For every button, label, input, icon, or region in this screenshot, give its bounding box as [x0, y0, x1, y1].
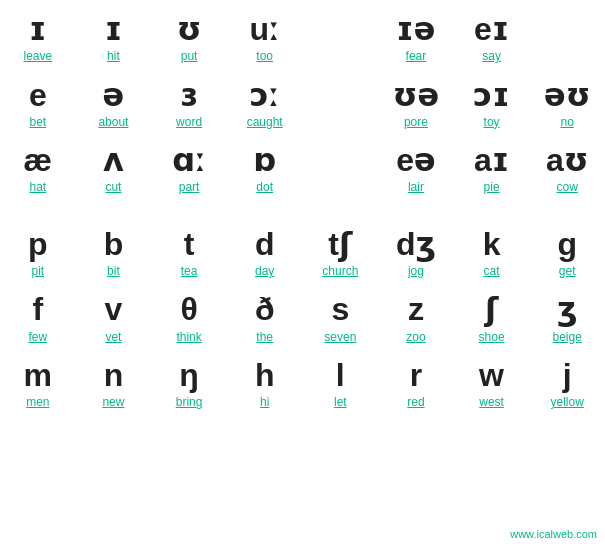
symbol-grid: ɪleaveɪhitʊputuːtoo ɪəfeareɪsay ebetəabo… — [0, 0, 605, 419]
phoneme-cell: ppit — [0, 223, 76, 289]
phoneme-symbol: ʊ — [177, 12, 202, 47]
phoneme-word[interactable]: bet — [29, 115, 46, 129]
phoneme-symbol: ʊə — [393, 78, 439, 113]
phoneme-cell: ŋbring — [151, 354, 227, 420]
phoneme-word[interactable]: too — [256, 49, 273, 63]
phoneme-word[interactable]: hat — [29, 180, 46, 194]
phoneme-cell: ffew — [0, 288, 76, 354]
phoneme-symbol: æ — [24, 143, 52, 178]
phoneme-cell: ɒdot — [227, 139, 303, 205]
phoneme-word[interactable]: word — [176, 115, 202, 129]
phoneme-word[interactable]: shoe — [479, 330, 505, 344]
phoneme-symbol: eɪ — [474, 12, 509, 47]
phoneme-cell: ʒbeige — [529, 288, 605, 354]
phoneme-cell: ɪleave — [0, 8, 76, 74]
phoneme-cell — [303, 74, 379, 140]
phoneme-word[interactable]: cat — [484, 264, 500, 278]
phoneme-word-empty — [339, 115, 342, 129]
phoneme-symbol: uː — [250, 12, 280, 47]
phoneme-symbol: j — [563, 358, 572, 393]
phoneme-word[interactable]: seven — [324, 330, 356, 344]
phoneme-word[interactable]: fear — [406, 49, 427, 63]
phoneme-word[interactable]: pie — [484, 180, 500, 194]
phoneme-symbol: ɜ — [180, 78, 197, 113]
phoneme-symbol: ɒ — [253, 143, 276, 178]
phoneme-word[interactable]: caught — [247, 115, 283, 129]
phoneme-word[interactable]: beige — [553, 330, 582, 344]
phoneme-cell: ebet — [0, 74, 76, 140]
phoneme-cell: æhat — [0, 139, 76, 205]
phoneme-cell: ɪhit — [76, 8, 152, 74]
phoneme-cell: nnew — [76, 354, 152, 420]
phoneme-word[interactable]: think — [176, 330, 201, 344]
phoneme-word[interactable]: zoo — [406, 330, 425, 344]
phoneme-cell: ɔɪtoy — [454, 74, 530, 140]
phoneme-word[interactable]: toy — [484, 115, 500, 129]
phoneme-word[interactable]: men — [26, 395, 49, 409]
phoneme-word[interactable]: red — [407, 395, 424, 409]
phoneme-cell: aɪpie — [454, 139, 530, 205]
phoneme-word[interactable]: part — [179, 180, 200, 194]
phoneme-cell: aʊcow — [529, 139, 605, 205]
phoneme-cell: ðthe — [227, 288, 303, 354]
phoneme-word[interactable]: day — [255, 264, 274, 278]
phoneme-cell: hhi — [227, 354, 303, 420]
phoneme-word[interactable]: pit — [31, 264, 44, 278]
phoneme-word[interactable]: dot — [256, 180, 273, 194]
phoneme-symbol: k — [483, 227, 501, 262]
phoneme-word[interactable]: tea — [181, 264, 198, 278]
phoneme-cell: gget — [529, 223, 605, 289]
phoneme-symbol: aɪ — [474, 143, 509, 178]
phoneme-word[interactable]: hi — [260, 395, 269, 409]
phoneme-cell: θthink — [151, 288, 227, 354]
phoneme-cell: uːtoo — [227, 8, 303, 74]
phoneme-word[interactable]: bring — [176, 395, 203, 409]
phoneme-word[interactable]: bit — [107, 264, 120, 278]
phoneme-symbol: l — [336, 358, 345, 393]
phoneme-cell: ʌcut — [76, 139, 152, 205]
watermark[interactable]: www.icalweb.com — [510, 528, 597, 540]
phoneme-word[interactable]: church — [322, 264, 358, 278]
phoneme-word[interactable]: say — [482, 49, 501, 63]
phoneme-symbol: ð — [255, 292, 275, 327]
phoneme-word[interactable]: new — [102, 395, 124, 409]
phoneme-word[interactable]: the — [256, 330, 273, 344]
phoneme-word[interactable]: hit — [107, 49, 120, 63]
phoneme-cell — [303, 8, 379, 74]
phoneme-word[interactable]: cut — [105, 180, 121, 194]
phoneme-word[interactable]: west — [479, 395, 504, 409]
phoneme-word[interactable]: put — [181, 49, 198, 63]
phoneme-word[interactable]: get — [559, 264, 576, 278]
phoneme-symbol: s — [331, 292, 349, 327]
phoneme-symbol: g — [557, 227, 577, 262]
phoneme-word[interactable]: vet — [105, 330, 121, 344]
phoneme-word[interactable]: about — [98, 115, 128, 129]
phoneme-word[interactable]: yellow — [551, 395, 584, 409]
phoneme-cell: mmen — [0, 354, 76, 420]
phoneme-symbol: ŋ — [179, 358, 199, 393]
phoneme-symbol: z — [408, 292, 424, 327]
phoneme-cell: ʊəpore — [378, 74, 454, 140]
phoneme-symbol: aʊ — [546, 143, 589, 178]
phoneme-cell: zzoo — [378, 288, 454, 354]
phoneme-word[interactable]: let — [334, 395, 347, 409]
phoneme-symbol: m — [24, 358, 52, 393]
phoneme-word[interactable]: pore — [404, 115, 428, 129]
phoneme-word-empty — [339, 180, 342, 194]
phoneme-word[interactable]: cow — [557, 180, 578, 194]
phoneme-cell: ɔːcaught — [227, 74, 303, 140]
phoneme-word[interactable]: lair — [408, 180, 424, 194]
phoneme-symbol: f — [32, 292, 43, 327]
phoneme-cell: eɪsay — [454, 8, 530, 74]
phoneme-word[interactable]: jog — [408, 264, 424, 278]
phoneme-word[interactable]: few — [28, 330, 47, 344]
phoneme-cell: ɪəfear — [378, 8, 454, 74]
phoneme-word[interactable]: leave — [23, 49, 52, 63]
phoneme-word-empty — [566, 49, 569, 63]
phoneme-symbol: əʊ — [544, 78, 590, 113]
phoneme-cell: dday — [227, 223, 303, 289]
phoneme-word[interactable]: no — [561, 115, 574, 129]
phoneme-cell: dʒjog — [378, 223, 454, 289]
phoneme-symbol: eə — [396, 143, 436, 178]
phoneme-symbol: ə — [103, 78, 125, 113]
